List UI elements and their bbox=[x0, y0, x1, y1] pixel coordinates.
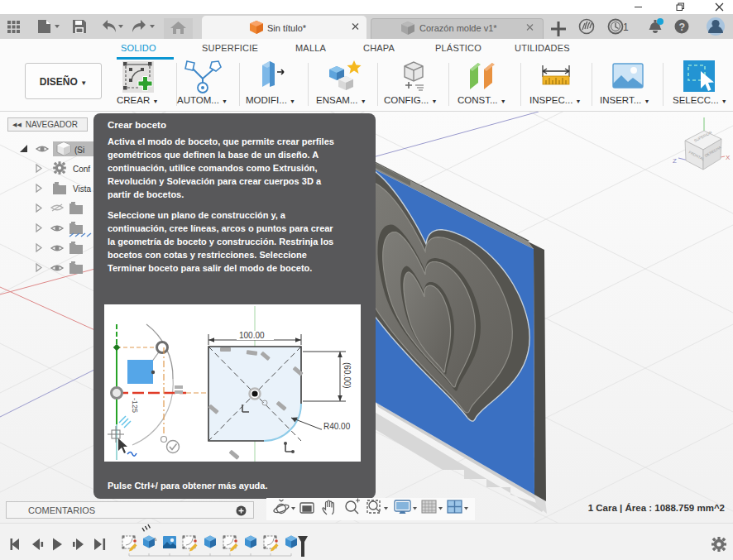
svg-text:?: ? bbox=[679, 22, 686, 33]
svg-text:(Si: (Si bbox=[74, 146, 84, 155]
svg-text:(60.00): (60.00) bbox=[343, 362, 352, 389]
svg-text:Vista: Vista bbox=[73, 184, 91, 194]
svg-text:Sin título*: Sin título* bbox=[267, 23, 307, 33]
svg-text:Z: Z bbox=[673, 157, 677, 165]
svg-text:X: X bbox=[726, 154, 731, 161]
svg-text:1: 1 bbox=[623, 22, 629, 33]
svg-text:100.00: 100.00 bbox=[239, 331, 265, 340]
svg-text:Conf: Conf bbox=[73, 165, 90, 174]
svg-text:R40.00: R40.00 bbox=[323, 422, 351, 431]
svg-text:Corazón molde v1*: Corazón molde v1* bbox=[419, 23, 497, 33]
svg-text:-125: -125 bbox=[131, 398, 139, 413]
